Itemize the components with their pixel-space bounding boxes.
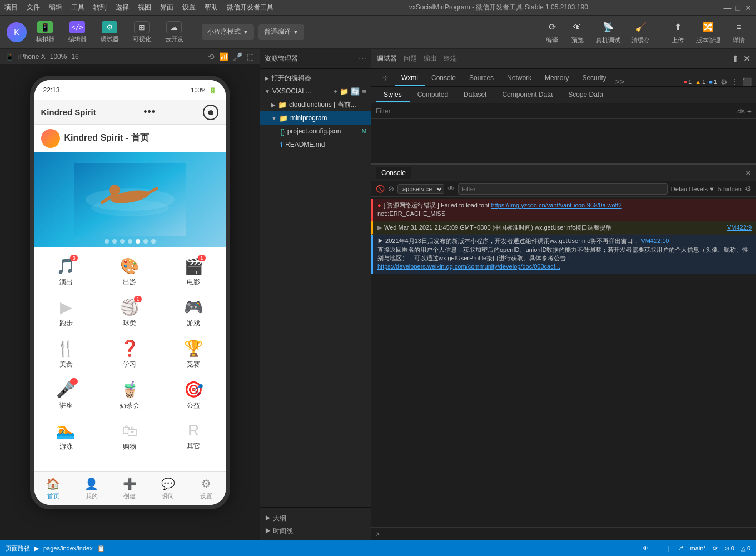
status-preview-icon[interactable]: 👁 <box>643 545 649 552</box>
menu-item-interface[interactable]: 界面 <box>160 3 173 12</box>
clean-cache-button[interactable]: 🧹 清缓存 <box>628 18 653 47</box>
devtools-tab-output[interactable]: 编出 <box>424 54 437 63</box>
dot-3[interactable] <box>120 239 125 244</box>
tab-network[interactable]: Network <box>500 71 538 86</box>
maximize-button[interactable]: □ <box>736 3 740 12</box>
dot-2[interactable] <box>112 239 117 244</box>
mic-icon[interactable]: 🎤 <box>233 52 242 61</box>
styles-tab-component[interactable]: Component Data <box>494 88 560 102</box>
devtools-tab-issue[interactable]: 问题 <box>404 54 417 63</box>
dot-6[interactable] <box>143 239 148 244</box>
compile-run-button[interactable]: ⟳ 编译 <box>541 18 563 47</box>
collapse-icon[interactable]: ≡ <box>362 87 366 96</box>
devtools-tab-terminal[interactable]: 终端 <box>444 54 457 63</box>
editor-button[interactable]: </> 编辑器 <box>63 19 91 46</box>
detail-button[interactable]: ≡ 详情 <box>728 18 749 47</box>
devtools-dock-icon[interactable]: ⬛ <box>742 77 752 86</box>
preview-button[interactable]: 👁 预览 <box>567 18 588 47</box>
console-settings-icon[interactable]: ⚙ <box>745 185 752 193</box>
open-editors-section[interactable]: ▶ 打开的编辑器 <box>260 71 371 85</box>
dot-4[interactable] <box>128 239 132 244</box>
cloudfunctions-item[interactable]: ▶ 📁 cloudfunctions | 当前... <box>260 98 371 111</box>
rotate-icon[interactable]: ⟲ <box>208 52 215 61</box>
tab-item[interactable]: 👤我的 <box>72 477 111 500</box>
tab-item[interactable]: 💬瞬间 <box>149 477 187 500</box>
vxsocial-section[interactable]: ▼ VXSOCIAL... + 📁 🔄 ≡ <box>260 85 371 98</box>
close-button[interactable]: ✕ <box>745 3 752 12</box>
info-link2[interactable]: https://developers.weixin.qq.com/communi… <box>377 263 560 270</box>
filter-input[interactable] <box>376 107 735 115</box>
icon-item[interactable]: 🎮游戏 <box>162 292 226 334</box>
console-clear-icon[interactable]: 🚫 <box>376 185 385 193</box>
styles-tab-scope[interactable]: Scope Data <box>560 88 611 102</box>
readme-item[interactable]: ℹ README.md <box>260 138 371 151</box>
tab-security[interactable]: Security <box>575 71 613 86</box>
new-file-icon[interactable]: + <box>334 87 338 96</box>
icon-item[interactable]: 🛍购物 <box>98 416 162 457</box>
icon-item[interactable]: 🏊游泳 <box>34 416 98 457</box>
icon-item[interactable]: 🍴美食 <box>34 334 98 375</box>
devtools-close-icon[interactable]: ✕ <box>743 53 750 64</box>
timeline-item[interactable]: ▶ 时间线 <box>265 525 366 538</box>
path-copy-icon[interactable]: 📋 <box>97 545 105 552</box>
icon-item[interactable]: ▶跑步 <box>34 292 98 334</box>
icon-item[interactable]: 🧋奶茶会 <box>98 375 162 416</box>
menu-item-select[interactable]: 选择 <box>116 3 129 12</box>
tab-sources[interactable]: Sources <box>462 71 500 86</box>
mode-dropdown[interactable]: 小程序模式 ▼ <box>202 24 254 40</box>
default-levels-dropdown[interactable]: Default levels ▼ <box>671 186 715 192</box>
status-more-icon[interactable]: ⋯ <box>655 545 662 552</box>
menu-item-settings[interactable]: 设置 <box>182 3 196 12</box>
simulator-button[interactable]: 📱 模拟器 <box>31 19 59 46</box>
console-filter-input[interactable] <box>458 183 668 195</box>
styles-tab-computed[interactable]: Computed <box>410 88 456 102</box>
info-link1[interactable]: VM422:10 <box>641 237 669 244</box>
error-link[interactable]: https://img.yzcdn.cn/vant/vant-icon-969/… <box>491 202 621 209</box>
icon-item[interactable]: R其它 <box>162 416 226 457</box>
devtools-tab-debugger[interactable]: 调试器 <box>377 54 397 63</box>
styles-tab-styles[interactable]: Styles <box>376 88 410 102</box>
eye-icon[interactable]: 👁 <box>447 185 455 193</box>
compile-dropdown[interactable]: 普通编译 ▼ <box>258 24 304 40</box>
menu-item-project[interactable]: 项目 <box>4 3 18 12</box>
menu-item-goto[interactable]: 转到 <box>93 3 107 12</box>
new-folder-icon[interactable]: 📁 <box>340 87 349 96</box>
dot-1[interactable] <box>105 239 109 244</box>
record-button[interactable]: ⏺ <box>203 105 218 120</box>
project-config-item[interactable]: {} project.config.json M <box>260 125 371 138</box>
scan-icon[interactable]: ⬚ <box>247 52 254 61</box>
menu-item-file[interactable]: 文件 <box>27 3 40 12</box>
menu-item-edit[interactable]: 编辑 <box>49 3 62 12</box>
expand-icon[interactable]: ▶ <box>377 224 382 231</box>
filter-plus-icon[interactable]: + <box>747 107 752 116</box>
icon-item[interactable]: 🏆竞赛 <box>162 334 226 375</box>
console-filter-icon[interactable]: ⊘ <box>388 185 394 193</box>
dot-5-active[interactable] <box>136 239 140 244</box>
minimize-button[interactable]: — <box>724 3 732 12</box>
filter-cls-button[interactable]: .cls <box>735 108 745 115</box>
tab-wxml[interactable]: Wxml <box>395 71 425 86</box>
version-button[interactable]: 🔀 版本管理 <box>693 18 724 47</box>
icon-item[interactable]: 🎵3演出 <box>34 251 98 292</box>
appservice-select[interactable]: appservice <box>397 184 444 194</box>
outline-item[interactable]: ▶ 大纲 <box>265 512 366 525</box>
warning-link[interactable]: VM422:9 <box>727 224 752 232</box>
devtools-more-icon[interactable]: ⋮ <box>731 77 739 86</box>
icon-item[interactable]: 🎨出游 <box>98 251 162 292</box>
dot-7[interactable] <box>151 239 156 244</box>
menu-item-help[interactable]: 帮助 <box>205 3 218 12</box>
avatar[interactable]: K <box>7 22 27 42</box>
miniprogram-item[interactable]: ▼ 📁 miniprogram <box>260 111 371 125</box>
icon-item[interactable]: 🎤1讲座 <box>34 375 98 416</box>
tab-console[interactable]: Console <box>425 71 462 86</box>
menu-item-tools[interactable]: 工具 <box>71 3 84 12</box>
icon-item[interactable]: 🎯公益 <box>162 375 226 416</box>
more-tabs-icon[interactable]: >> <box>615 77 624 86</box>
refresh-icon[interactable]: 🔄 <box>351 87 360 96</box>
tab-item[interactable]: ⚙设置 <box>187 477 226 500</box>
menu-item-view[interactable]: 视图 <box>138 3 151 12</box>
console-close-icon[interactable]: ✕ <box>745 168 752 177</box>
console-prompt[interactable]: > <box>371 527 756 540</box>
styles-tab-dataset[interactable]: Dataset <box>456 88 494 102</box>
real-debug-button[interactable]: 📡 真机调试 <box>593 18 624 47</box>
